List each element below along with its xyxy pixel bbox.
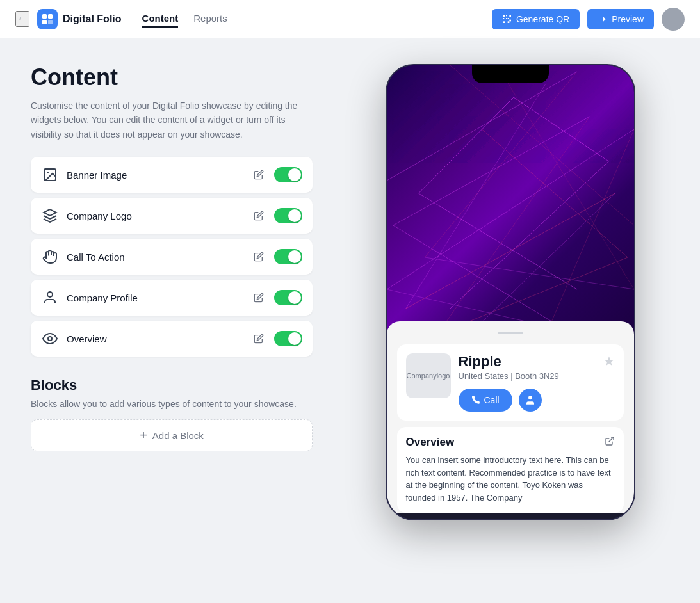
svg-line-33 xyxy=(405,193,615,309)
svg-line-29 xyxy=(387,129,634,289)
left-panel: Content Customise the content of your Di… xyxy=(31,64,313,451)
svg-line-32 xyxy=(405,84,545,309)
svg-rect-11 xyxy=(509,19,511,21)
header-actions: Generate QR Preview xyxy=(492,8,685,31)
back-button[interactable]: ← xyxy=(15,11,29,27)
svg-rect-2 xyxy=(42,20,47,24)
blocks-title: Blocks xyxy=(31,377,313,394)
svg-line-20 xyxy=(513,97,608,161)
svg-line-36 xyxy=(425,257,634,289)
widget-row: Overview xyxy=(31,321,313,357)
widget-edit-button[interactable] xyxy=(251,167,266,182)
svg-point-17 xyxy=(47,292,53,297)
svg-rect-8 xyxy=(503,18,504,19)
plus-icon: + xyxy=(140,429,147,442)
company-logo-box: Company logo xyxy=(406,353,451,398)
card-handle-bar xyxy=(498,332,523,334)
call-button[interactable]: Call xyxy=(459,389,512,412)
svg-line-22 xyxy=(450,161,608,309)
overview-card: Overview You can insert some introductor… xyxy=(397,427,624,513)
svg-point-39 xyxy=(528,396,532,399)
widget-row: Banner Image xyxy=(31,157,313,193)
company-profile-toggle[interactable] xyxy=(274,290,302,305)
phone-icon xyxy=(471,396,480,405)
svg-rect-7 xyxy=(506,15,507,16)
overview-title: Overview xyxy=(406,436,455,449)
widget-edit-button[interactable] xyxy=(251,331,266,346)
widget-row: Call To Action xyxy=(31,239,313,275)
svg-line-23 xyxy=(482,129,628,257)
overview-toggle[interactable] xyxy=(274,331,302,346)
widget-list: Banner Image xyxy=(31,157,313,357)
company-logo-toggle[interactable] xyxy=(274,208,302,223)
person-icon xyxy=(525,394,536,406)
company-meta: United States | Booth 3N29 xyxy=(459,371,615,381)
add-block-button[interactable]: + Add a Block xyxy=(31,419,313,451)
nav: Content Reports xyxy=(142,10,492,28)
company-info-header: Ripple ★ xyxy=(459,353,615,370)
svg-rect-4 xyxy=(503,15,505,17)
company-name: Ripple xyxy=(459,353,501,370)
overview-card-header: Overview xyxy=(406,436,615,449)
nav-content[interactable]: Content xyxy=(142,10,179,28)
widget-edit-button[interactable] xyxy=(251,208,266,223)
page-description: Customise the content of your Digital Fo… xyxy=(31,99,313,141)
preview-icon xyxy=(598,14,608,24)
widget-row: Company Logo xyxy=(31,198,313,234)
user-avatar[interactable] xyxy=(662,8,685,31)
blocks-description: Blocks allow you to add various types of… xyxy=(31,399,313,409)
company-info-content: Ripple ★ United States | Booth 3N29 xyxy=(459,353,615,412)
svg-line-37 xyxy=(425,72,577,257)
generate-qr-button[interactable]: Generate QR xyxy=(492,9,580,29)
svg-rect-6 xyxy=(503,21,505,23)
preview-button[interactable]: Preview xyxy=(587,9,654,29)
svg-line-19 xyxy=(418,97,513,193)
phone-card: Company logo Ripple ★ United States | Bo… xyxy=(387,321,634,513)
svg-rect-12 xyxy=(508,21,510,23)
svg-line-21 xyxy=(418,193,576,289)
app-logo-icon xyxy=(37,9,58,29)
svg-rect-9 xyxy=(506,18,507,19)
widget-row: Company Profile xyxy=(31,280,313,316)
profile-button[interactable] xyxy=(519,389,542,412)
eye-icon xyxy=(41,330,59,348)
profile-icon xyxy=(41,289,59,307)
widget-label: Call To Action xyxy=(67,252,243,262)
call-to-action-toggle[interactable] xyxy=(274,249,302,264)
widget-label: Company Profile xyxy=(67,293,243,303)
image-icon xyxy=(41,166,59,184)
widget-edit-button[interactable] xyxy=(251,249,266,264)
svg-rect-0 xyxy=(42,14,47,19)
svg-line-35 xyxy=(501,72,634,289)
svg-line-27 xyxy=(393,225,551,321)
svg-rect-3 xyxy=(48,20,53,24)
phone-mockup: Company logo Ripple ★ United States | Bo… xyxy=(386,64,635,520)
card-handle xyxy=(397,332,624,334)
main-content: Content Customise the content of your Di… xyxy=(0,38,700,546)
star-icon[interactable]: ★ xyxy=(603,353,615,369)
svg-point-18 xyxy=(48,337,52,341)
header: ← Digital Folio Content Reports Generate… xyxy=(0,0,700,38)
banner-image-toggle[interactable] xyxy=(274,167,302,182)
svg-line-16 xyxy=(50,216,56,219)
svg-line-28 xyxy=(551,129,634,321)
svg-line-40 xyxy=(608,437,613,442)
banner-lines xyxy=(387,65,634,341)
qr-icon xyxy=(502,14,512,24)
widget-label: Overview xyxy=(67,334,243,344)
hand-icon xyxy=(41,248,59,266)
svg-rect-5 xyxy=(509,15,511,17)
external-link-icon[interactable] xyxy=(605,436,615,449)
nav-reports[interactable]: Reports xyxy=(193,10,227,28)
company-info-card: Company logo Ripple ★ United States | Bo… xyxy=(397,344,624,421)
right-panel: Company logo Ripple ★ United States | Bo… xyxy=(351,64,669,520)
app-name: Digital Folio xyxy=(63,13,122,25)
company-actions: Call xyxy=(459,389,615,412)
banner-image xyxy=(387,65,634,341)
phone-notch xyxy=(472,65,549,83)
widget-edit-button[interactable] xyxy=(251,290,266,305)
svg-line-34 xyxy=(462,193,615,341)
widget-label: Banner Image xyxy=(67,170,243,181)
svg-rect-10 xyxy=(508,18,509,19)
logo-icon xyxy=(41,207,59,225)
